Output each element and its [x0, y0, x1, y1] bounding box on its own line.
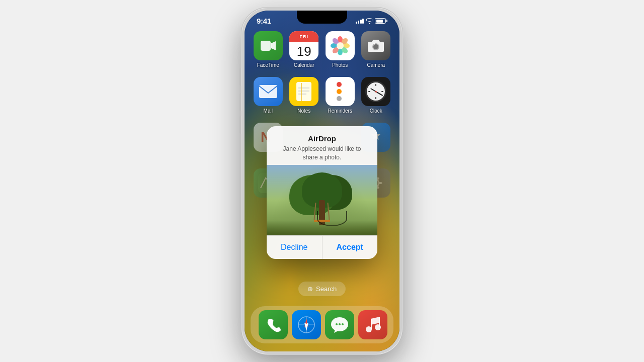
airdrop-buttons: Decline Accept — [267, 235, 377, 259]
airdrop-header: AirDrop Jane Appleseed would like to sha… — [267, 126, 377, 165]
airdrop-decline-button[interactable]: Decline — [267, 236, 323, 259]
airdrop-subtitle: Jane Appleseed would like to share a pho… — [275, 145, 369, 162]
phone-screen: 9:41 — [245, 11, 399, 351]
airdrop-overlay: AirDrop Jane Appleseed would like to sha… — [245, 11, 399, 351]
phone-container: 9:41 — [242, 8, 403, 354]
airdrop-dialog: AirDrop Jane Appleseed would like to sha… — [267, 126, 377, 259]
airdrop-photo-preview — [267, 165, 377, 235]
airdrop-accept-button[interactable]: Accept — [323, 236, 378, 259]
airdrop-title: AirDrop — [275, 134, 369, 143]
